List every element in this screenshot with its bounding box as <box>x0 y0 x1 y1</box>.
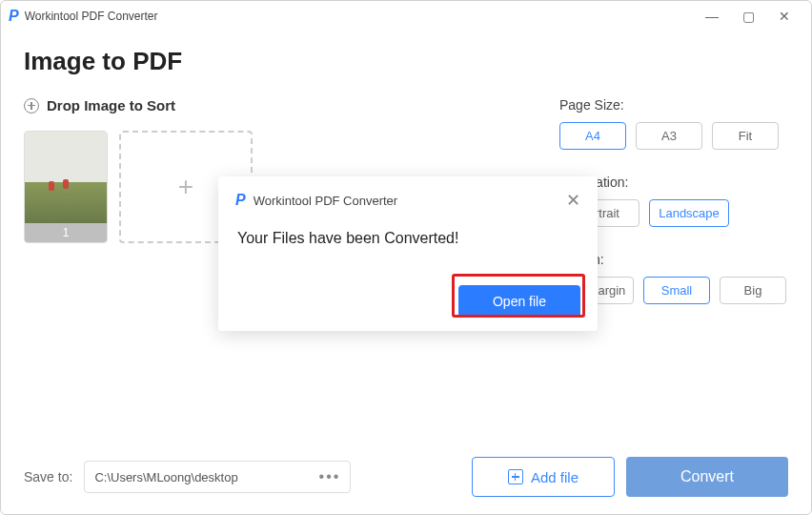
page-size-fit[interactable]: Fit <box>712 122 779 150</box>
convert-button[interactable]: Convert <box>626 457 788 497</box>
maximize-button[interactable]: ▢ <box>739 9 758 24</box>
add-file-icon <box>508 469 523 484</box>
app-logo: P Workintool PDF Converter <box>9 8 158 25</box>
plus-icon: + <box>178 172 193 202</box>
image-thumbnail[interactable]: 1 <box>24 131 108 243</box>
close-button[interactable]: ✕ <box>775 9 794 24</box>
save-to-label: Save to: <box>24 469 72 484</box>
dialog-logo-icon: P <box>235 192 246 209</box>
app-window: P Workintool PDF Converter — ▢ ✕ Image t… <box>0 0 812 515</box>
dialog-title: Workintool PDF Converter <box>254 194 397 208</box>
save-path-field[interactable]: C:\Users\MLoong\desktop ••• <box>84 461 351 493</box>
conversion-complete-dialog: P Workintool PDF Converter ✕ Your Files … <box>218 176 598 331</box>
sort-icon <box>24 98 39 113</box>
thumbnail-number: 1 <box>25 223 107 242</box>
add-file-button[interactable]: Add file <box>472 457 615 497</box>
margin-small[interactable]: Small <box>643 277 710 304</box>
titlebar: P Workintool PDF Converter — ▢ ✕ <box>1 1 811 31</box>
page-size-label: Page Size: <box>559 97 788 113</box>
save-path-text: C:\Users\MLoong\desktop <box>94 470 237 484</box>
browse-button[interactable]: ••• <box>319 468 341 485</box>
logo-icon: P <box>9 8 19 25</box>
thumbnail-image <box>25 132 107 223</box>
drop-header: Drop Image to Sort <box>24 97 531 113</box>
page-size-buttons: A4 A3 Fit <box>559 122 788 150</box>
add-file-label: Add file <box>531 469 579 485</box>
dialog-header: P Workintool PDF Converter ✕ <box>235 190 580 211</box>
open-file-button[interactable]: Open file <box>458 285 580 318</box>
orientation-landscape[interactable]: Landscape <box>649 199 729 227</box>
minimize-button[interactable]: — <box>702 9 721 24</box>
page-size-a4[interactable]: A4 <box>559 122 626 150</box>
dialog-close-button[interactable]: ✕ <box>566 190 580 211</box>
drop-label: Drop Image to Sort <box>47 97 175 113</box>
dialog-footer: Open file <box>458 285 580 318</box>
dialog-message: Your Files have been Converted! <box>237 230 580 247</box>
window-controls: — ▢ ✕ <box>702 9 803 24</box>
margin-big[interactable]: Big <box>720 277 786 304</box>
app-title: Workintool PDF Converter <box>25 10 158 23</box>
footer: Save to: C:\Users\MLoong\desktop ••• Add… <box>24 457 788 497</box>
page-title: Image to PDF <box>24 47 788 76</box>
page-size-a3[interactable]: A3 <box>636 122 702 150</box>
page-size-group: Page Size: A4 A3 Fit <box>559 97 788 150</box>
